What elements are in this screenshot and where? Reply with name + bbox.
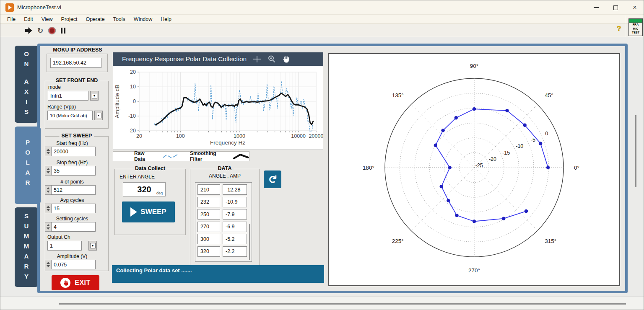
amp-cell[interactable]: -7.9 (223, 209, 247, 220)
raw-data-line-sample (162, 153, 179, 159)
tab-letter: M (24, 241, 29, 251)
polar-plot[interactable]: 0°45°90°135°180°225°270°315°0-5-10-15-20… (328, 53, 620, 286)
vi-icon-line2: MIC (629, 27, 642, 31)
menu-tools[interactable]: Tools (109, 16, 130, 22)
sweep-spinner-avg-cycles[interactable] (45, 204, 51, 213)
menu-window[interactable]: Window (130, 16, 156, 22)
vertical-scrollbar-thumb[interactable] (635, 115, 636, 187)
pan-hand-tool-icon[interactable] (282, 55, 290, 63)
svg-text:20: 20 (136, 133, 142, 139)
run-button[interactable] (24, 26, 33, 35)
sweep-label-avg-cycles: Avg cycles (45, 197, 99, 203)
menu-file[interactable]: File (3, 16, 20, 22)
svg-text:20: 20 (130, 69, 136, 75)
sweep-field-amplitude-v[interactable]: 0.075 (51, 260, 96, 269)
table-row: 250-7.9 (197, 209, 252, 220)
table-row: 320-2.2 (197, 246, 252, 257)
menu-operate[interactable]: Operate (81, 16, 109, 22)
sweep-spinner-stop-freq-hz[interactable] (45, 166, 51, 176)
menu-edit[interactable]: Edit (20, 16, 37, 22)
angle-cell[interactable]: 250 (197, 209, 220, 220)
close-button[interactable]: × (625, 0, 644, 15)
context-help-icon[interactable]: ? (617, 25, 621, 33)
svg-text:-25: -25 (475, 163, 483, 168)
tab-letter: N (24, 59, 29, 69)
amp-cell[interactable]: -10.9 (223, 197, 247, 207)
moku-ip-field[interactable]: 192.168.50.42 (50, 58, 101, 68)
exit-button[interactable]: EXIT (52, 275, 99, 290)
angle-cell[interactable]: 210 (197, 184, 220, 195)
cursor-tool-icon[interactable] (252, 55, 262, 63)
pause-icon (61, 28, 62, 34)
svg-text:20000: 20000 (309, 133, 323, 139)
svg-text:0°: 0° (574, 165, 579, 171)
sweep-field-avg-cycles[interactable]: 15 (51, 204, 96, 213)
tab-letter: A (24, 77, 29, 87)
svg-text:-20: -20 (128, 128, 136, 134)
tab-letter: R (24, 261, 29, 271)
status-text: Collecting Polar data set ....... (116, 267, 192, 274)
legend-raw-data-label: Raw Data (134, 150, 156, 162)
sweep-field-start-freq-hz[interactable]: 20000 (51, 147, 96, 156)
title-bar: MicrophoneTest.vi × (0, 0, 644, 15)
run-arrow-icon (25, 27, 33, 34)
sweep-label-stop-freq-hz: Stop freq (Hz) (45, 160, 99, 165)
maximize-button[interactable] (606, 0, 625, 15)
pause-button[interactable] (58, 26, 68, 35)
table-row: 300-5.2 (197, 234, 252, 244)
run-continuously-icon: ↻ (37, 26, 43, 35)
run-continuously-button[interactable]: ↻ (36, 26, 45, 35)
svg-text:10000: 10000 (291, 133, 306, 139)
range-dropdown-button[interactable]: ▼ (94, 111, 103, 120)
table-scrollbar-thumb[interactable] (249, 224, 250, 260)
refresh-button[interactable]: ↻ (264, 170, 281, 188)
tab-on-axis[interactable]: ONAXIS (15, 46, 38, 123)
svg-text:270°: 270° (468, 267, 480, 274)
enter-angle-field[interactable]: 320 deg (123, 182, 166, 196)
svg-text:315°: 315° (545, 238, 556, 244)
tab-letter: P (26, 137, 30, 147)
zoom-tool-icon[interactable] (267, 55, 276, 63)
sweep-spinner-settling-cycles[interactable] (45, 222, 51, 232)
sweep-field-stop-freq-hz[interactable]: 35 (51, 166, 96, 176)
sweep-field-of-points[interactable]: 512 (51, 185, 96, 195)
tab-summary[interactable]: SUMMARY (15, 207, 38, 287)
sweep-spinner-start-freq-hz[interactable] (45, 147, 51, 156)
amp-cell[interactable]: -2.2 (223, 246, 247, 257)
tab-letter: A (24, 251, 29, 261)
mode-dropdown[interactable]: InIn1 (48, 91, 88, 101)
mode-dropdown-button[interactable]: ▼ (90, 91, 99, 101)
amp-cell[interactable]: -5.2 (223, 234, 247, 244)
amp-cell[interactable]: -12.28 (223, 184, 247, 195)
range-dropdown[interactable]: 10 (Moku:Go\Lab) (47, 111, 93, 120)
tab-polar[interactable]: POLAR (15, 127, 41, 204)
sweep-dropdown-output-ch[interactable]: ▼ (88, 241, 97, 251)
data-group-title: DATA (216, 165, 234, 171)
menu-project[interactable]: Project (57, 16, 82, 22)
tab-letter: M (24, 231, 29, 241)
menu-view[interactable]: View (37, 16, 57, 22)
dropdown-arrow-icon: ▼ (92, 93, 97, 98)
abort-icon (48, 26, 56, 35)
tab-letter: R (26, 178, 30, 188)
vi-icon[interactable]: FRA MIC TEST (628, 18, 643, 36)
sweep-spinner-amplitude-v[interactable] (45, 260, 51, 269)
svg-text:-10: -10 (128, 113, 136, 119)
sweep-label-amplitude-v: Amplitude (V) (45, 253, 99, 259)
sweep-field-settling-cycles[interactable]: 4 (51, 222, 96, 232)
angle-cell[interactable]: 232 (197, 197, 220, 207)
tab-letter: L (26, 158, 29, 168)
angle-cell[interactable]: 320 (197, 246, 220, 257)
abort-button[interactable] (47, 26, 57, 35)
angle-cell[interactable]: 300 (197, 234, 220, 244)
minimize-button[interactable] (587, 0, 606, 15)
angle-cell[interactable]: 270 (197, 222, 220, 232)
horizontal-scrollbar-thumb[interactable] (59, 303, 626, 305)
frequency-response-graph[interactable]: 20100-10-202010010001000020000Frequency … (113, 66, 323, 150)
amp-cell[interactable]: -6.9 (223, 222, 247, 232)
sweep-button[interactable]: SWEEP (122, 202, 175, 222)
menu-help[interactable]: Help (156, 16, 176, 22)
sweep-spinner-of-points[interactable] (45, 185, 51, 195)
sweep-field-output-ch[interactable]: 1 (47, 241, 82, 251)
svg-text:1000: 1000 (234, 133, 245, 139)
